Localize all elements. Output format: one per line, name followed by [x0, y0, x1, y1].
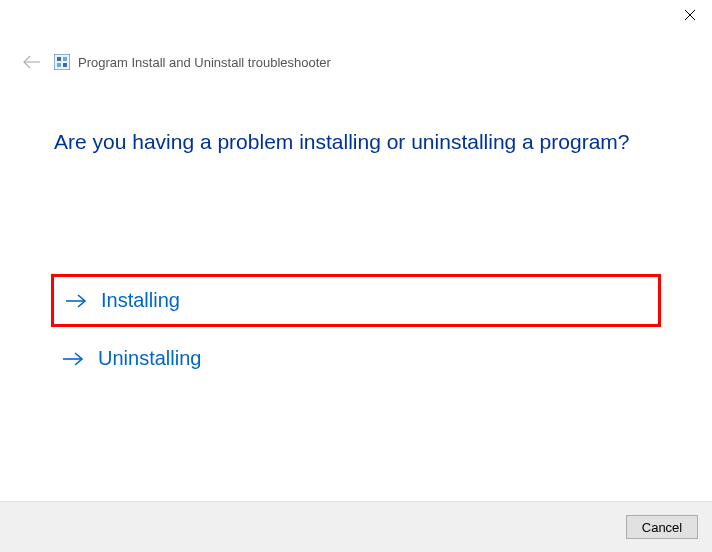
option-uninstalling[interactable]: Uninstalling	[54, 337, 658, 380]
wizard-footer: Cancel	[0, 501, 712, 552]
option-label: Installing	[101, 289, 180, 312]
option-label: Uninstalling	[98, 347, 201, 370]
svg-rect-3	[54, 54, 70, 70]
arrow-right-icon	[62, 351, 84, 367]
wizard-question: Are you having a problem installing or u…	[54, 130, 658, 154]
cancel-button[interactable]: Cancel	[626, 515, 698, 539]
back-arrow-icon	[22, 55, 42, 69]
svg-rect-7	[63, 63, 67, 67]
back-button[interactable]	[20, 50, 44, 74]
cancel-label: Cancel	[642, 520, 682, 535]
titlebar	[0, 0, 712, 32]
svg-rect-4	[57, 57, 61, 61]
wizard-header: Program Install and Uninstall troublesho…	[0, 32, 712, 74]
close-button[interactable]	[667, 0, 712, 30]
arrow-right-icon	[65, 293, 87, 309]
close-icon	[684, 9, 696, 21]
wizard-title: Program Install and Uninstall troublesho…	[78, 55, 331, 70]
option-installing[interactable]: Installing	[51, 274, 661, 327]
svg-rect-5	[63, 57, 67, 61]
svg-rect-6	[57, 63, 61, 67]
wizard-content: Are you having a problem installing or u…	[0, 130, 712, 380]
app-icon	[54, 54, 70, 70]
